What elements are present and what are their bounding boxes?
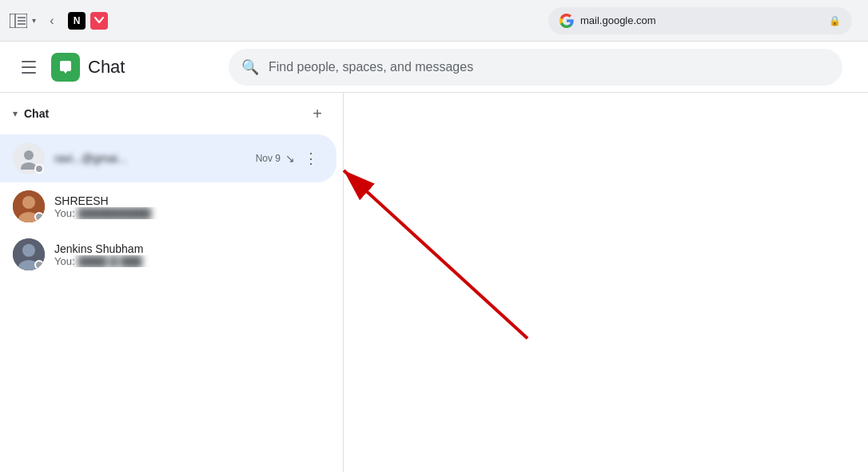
- hamburger-line-2: [22, 66, 36, 68]
- chat-time: Nov 9: [256, 153, 281, 164]
- google-logo-icon: [559, 14, 574, 28]
- chat-name-row: SHREESH: [54, 194, 330, 207]
- chat-item[interactable]: ravi...@gmai... Nov 9 ↘ ⋮: [0, 134, 336, 182]
- hamburger-line-3: [22, 72, 36, 74]
- back-button[interactable]: ‹: [41, 10, 63, 32]
- svg-line-15: [344, 170, 528, 338]
- sidebar: ▾ Chat +: [0, 93, 344, 472]
- notion-extension-icon[interactable]: N: [68, 12, 86, 30]
- browser-chrome: ▾ ‹ N mail.google.com 🔒: [0, 0, 868, 42]
- address-bar[interactable]: mail.google.com 🔒: [548, 7, 852, 34]
- sidebar-toggle-button[interactable]: [10, 12, 27, 30]
- section-header-left: ▾ Chat: [13, 107, 49, 120]
- chat-list: ravi...@gmai... Nov 9 ↘ ⋮: [0, 134, 343, 472]
- chat-logo-icon: [57, 58, 74, 76]
- chat-meta: Nov 9 ↘: [256, 152, 295, 165]
- chat-info: SHREESH You: ██████████: [54, 194, 330, 219]
- chat-name: Jenkins Shubham: [54, 242, 143, 255]
- section-chevron-icon[interactable]: ▾: [13, 108, 18, 119]
- chat-preview: You: ██████████: [54, 207, 330, 219]
- main-panel: [344, 93, 868, 472]
- pocket-extension-icon[interactable]: [90, 12, 108, 30]
- preview-text: ██████████: [78, 207, 151, 219]
- plus-icon: +: [313, 105, 322, 123]
- chat-name: SHREESH: [54, 194, 109, 207]
- lock-icon: 🔒: [829, 15, 841, 26]
- add-chat-button[interactable]: +: [305, 101, 330, 126]
- more-dots-icon: ⋮: [304, 150, 318, 167]
- user-status-indicator: [34, 260, 44, 270]
- sidebar-toggle-icon: [10, 14, 27, 28]
- chat-item[interactable]: SHREESH You: ██████████: [0, 182, 343, 230]
- url-text: mail.google.com: [580, 14, 822, 26]
- avatar: [13, 238, 45, 270]
- svg-point-6: [24, 150, 34, 160]
- chevron-down-icon[interactable]: ▾: [32, 16, 36, 25]
- user-status-indicator: [34, 164, 44, 174]
- hamburger-line-1: [22, 61, 36, 62]
- search-placeholder-text: Find people, spaces, and messages: [269, 60, 473, 74]
- svg-point-9: [22, 196, 35, 209]
- chat-name-row: Jenkins Shubham: [54, 242, 330, 255]
- app-header: Chat 🔍 Find people, spaces, and messages: [0, 42, 868, 93]
- chat-item[interactable]: Jenkins Shubham You: ████ █ ███: [0, 230, 343, 278]
- app-container: Chat 🔍 Find people, spaces, and messages…: [0, 42, 868, 472]
- svg-point-12: [22, 244, 35, 257]
- chat-name: ravi...@gmai...: [54, 152, 126, 165]
- chat-info: ravi...@gmai... Nov 9 ↘: [54, 152, 295, 165]
- search-bar[interactable]: 🔍 Find people, spaces, and messages: [229, 49, 842, 86]
- search-bar-container: 🔍 Find people, spaces, and messages: [216, 49, 855, 86]
- chat-info: Jenkins Shubham You: ████ █ ███: [54, 242, 330, 267]
- hamburger-menu-button[interactable]: [13, 51, 45, 83]
- avatar: [13, 142, 45, 174]
- annotation-arrow: [344, 93, 868, 472]
- search-icon: 🔍: [241, 58, 259, 76]
- chat-preview: You: ████ █ ███: [54, 255, 330, 267]
- section-label: Chat: [24, 107, 49, 120]
- chat-section-header: ▾ Chat +: [0, 93, 343, 134]
- more-options-button[interactable]: ⋮: [298, 146, 324, 171]
- browser-controls: ▾ ‹ N: [10, 10, 108, 32]
- preview-text: ████ █ ███: [78, 255, 142, 267]
- chat-name-row: ravi...@gmai... Nov 9 ↘: [54, 152, 295, 165]
- replied-icon: ↘: [285, 152, 295, 165]
- main-content: ▾ Chat +: [0, 93, 868, 472]
- app-title: Chat: [88, 57, 216, 78]
- pocket-logo-icon: [94, 16, 105, 26]
- chat-app-logo: [51, 53, 80, 82]
- user-status-indicator: [34, 212, 44, 222]
- avatar: [13, 190, 45, 222]
